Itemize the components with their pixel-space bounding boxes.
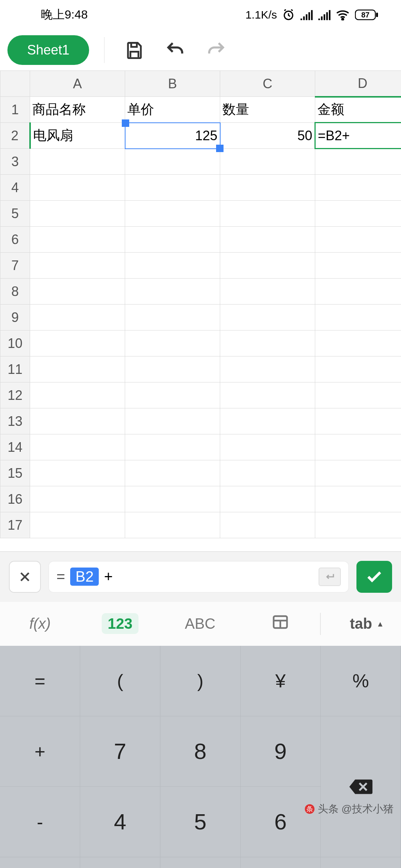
cell[interactable]	[315, 175, 401, 201]
cell[interactable]	[220, 149, 315, 175]
cell[interactable]	[125, 356, 220, 382]
key-7[interactable]: 7	[80, 716, 160, 787]
cell[interactable]	[30, 305, 125, 331]
row-header[interactable]: 16	[0, 486, 30, 512]
cell-D1[interactable]: 金额	[315, 97, 401, 123]
cell-C2[interactable]: 50	[220, 123, 315, 149]
cell[interactable]	[315, 512, 401, 538]
row-header[interactable]: 4	[0, 175, 30, 201]
row-header[interactable]: 2	[0, 123, 30, 149]
grid-table[interactable]: A B C D 1 商品名称 单价 数量 金额 2 电风扇 125 50 =B2…	[0, 70, 401, 538]
cell[interactable]	[125, 175, 220, 201]
cell-B1[interactable]: 单价	[125, 97, 220, 123]
row-header[interactable]: 12	[0, 382, 30, 408]
col-header-C[interactable]: C	[220, 71, 315, 97]
cell[interactable]	[315, 460, 401, 486]
col-header-B[interactable]: B	[125, 71, 220, 97]
cell[interactable]	[315, 486, 401, 512]
key-8[interactable]: 8	[160, 716, 241, 787]
row-header[interactable]: 11	[0, 356, 30, 382]
cell[interactable]	[125, 227, 220, 253]
cell[interactable]	[220, 434, 315, 460]
cell[interactable]	[125, 305, 220, 331]
spreadsheet[interactable]: A B C D 1 商品名称 单价 数量 金额 2 电风扇 125 50 =B2…	[0, 70, 401, 551]
cell[interactable]	[30, 512, 125, 538]
key-9[interactable]: 9	[241, 716, 321, 787]
cell[interactable]	[30, 331, 125, 356]
cell[interactable]	[125, 253, 220, 279]
row-header[interactable]: 1	[0, 97, 30, 123]
cell[interactable]	[220, 227, 315, 253]
cell[interactable]	[30, 460, 125, 486]
cell[interactable]	[220, 279, 315, 305]
range-handle-icon[interactable]	[122, 119, 129, 127]
row-header[interactable]: 3	[0, 149, 30, 175]
cell[interactable]	[220, 382, 315, 408]
cell[interactable]	[315, 408, 401, 434]
cell[interactable]	[125, 408, 220, 434]
cell[interactable]	[30, 175, 125, 201]
key-6[interactable]: 6	[241, 787, 321, 857]
cell[interactable]	[30, 408, 125, 434]
key-backspace[interactable]	[321, 716, 401, 857]
sheet-tab[interactable]: Sheet1	[7, 35, 89, 65]
cell[interactable]	[315, 305, 401, 331]
row-header[interactable]: 8	[0, 279, 30, 305]
key-5[interactable]: 5	[160, 787, 241, 857]
tab-alpha[interactable]: ABC	[160, 615, 240, 632]
formula-input[interactable]: = B2 +	[48, 561, 349, 593]
cell[interactable]	[220, 253, 315, 279]
cell[interactable]	[125, 201, 220, 227]
cell[interactable]	[220, 175, 315, 201]
cell[interactable]	[30, 382, 125, 408]
key-4[interactable]: 4	[80, 787, 160, 857]
cell[interactable]	[315, 279, 401, 305]
col-header-D[interactable]: D	[315, 71, 401, 97]
key-yen[interactable]: ¥	[241, 646, 321, 716]
key-minus[interactable]: -	[0, 787, 80, 857]
tab-key[interactable]: tab	[321, 615, 401, 632]
cell[interactable]	[125, 512, 220, 538]
confirm-button[interactable]	[356, 561, 392, 593]
cell[interactable]	[220, 512, 315, 538]
inline-enter-button[interactable]	[319, 568, 341, 586]
cell[interactable]	[315, 331, 401, 356]
cell[interactable]	[220, 305, 315, 331]
key-2[interactable]: 2	[160, 857, 241, 868]
key-equals[interactable]: =	[0, 646, 80, 716]
cell[interactable]	[315, 149, 401, 175]
cell[interactable]	[30, 486, 125, 512]
key-enter[interactable]	[321, 857, 401, 868]
key-rparen[interactable]: )	[160, 646, 241, 716]
row-header[interactable]: 17	[0, 512, 30, 538]
cell[interactable]	[30, 227, 125, 253]
cell[interactable]	[220, 460, 315, 486]
cancel-button[interactable]	[9, 561, 41, 593]
key-percent[interactable]: %	[321, 646, 401, 716]
redo-button[interactable]	[201, 35, 231, 65]
cell[interactable]	[30, 434, 125, 460]
cell[interactable]	[315, 227, 401, 253]
cell[interactable]	[315, 382, 401, 408]
row-header[interactable]: 6	[0, 227, 30, 253]
key-lparen[interactable]: (	[80, 646, 160, 716]
cell[interactable]	[125, 279, 220, 305]
undo-button[interactable]	[160, 35, 190, 65]
tab-numeric[interactable]: 123	[80, 615, 160, 632]
cell[interactable]	[125, 434, 220, 460]
cell[interactable]	[30, 356, 125, 382]
cell[interactable]	[30, 279, 125, 305]
corner-cell[interactable]	[0, 71, 30, 97]
cell[interactable]	[125, 331, 220, 356]
col-header-A[interactable]: A	[30, 71, 125, 97]
cell[interactable]	[220, 201, 315, 227]
cell[interactable]	[30, 253, 125, 279]
key-3[interactable]: 3	[241, 857, 321, 868]
cell[interactable]	[125, 382, 220, 408]
cell[interactable]	[30, 201, 125, 227]
cell[interactable]	[125, 486, 220, 512]
cell-D2[interactable]: =B2+	[315, 123, 401, 149]
cell-B2[interactable]: 125	[125, 123, 220, 149]
row-header[interactable]: 10	[0, 331, 30, 356]
cell[interactable]	[315, 253, 401, 279]
